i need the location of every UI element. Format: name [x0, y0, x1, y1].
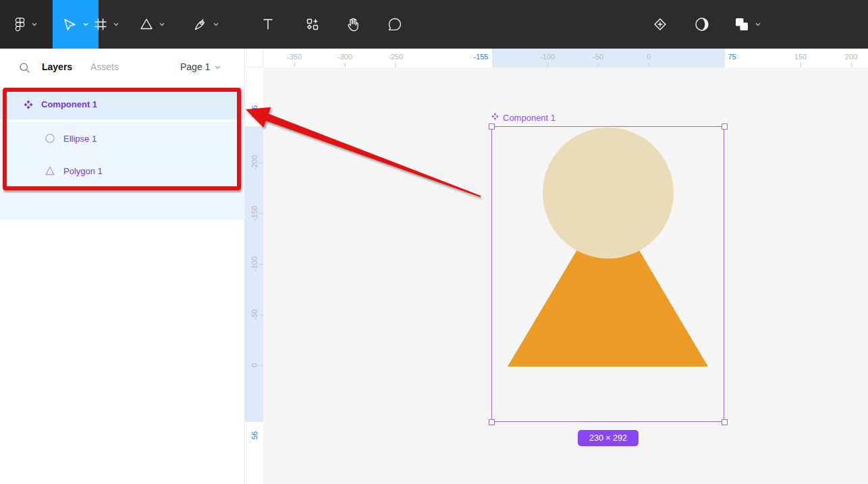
ruler-top-label: 75 — [728, 53, 736, 61]
text-t-icon — [260, 16, 276, 32]
chevron-down-icon — [755, 21, 761, 28]
toolbar — [0, 0, 868, 49]
ruler-tick — [345, 63, 346, 67]
ruler-top-label: -300 — [331, 53, 358, 61]
ruler-top-label: -350 — [281, 53, 308, 61]
ruler-left-label: -200 — [249, 154, 260, 172]
canvas-component-label[interactable]: Component 1 — [491, 112, 555, 123]
ruler-tick — [547, 63, 548, 67]
half-moon-icon — [693, 16, 711, 33]
search-icon[interactable] — [19, 62, 30, 76]
canvas-component-label-text: Component 1 — [503, 113, 555, 123]
ruler-left-label: 0 — [249, 356, 260, 375]
ruler-top-label: 0 — [635, 53, 662, 61]
chevron-down-icon — [31, 21, 38, 28]
layer-row-ellipse-1[interactable]: Ellipse 1 — [0, 122, 245, 155]
ruler-left: -236-200-150-100-50056 — [245, 68, 263, 484]
ruler-tick — [259, 365, 263, 366]
union-squares-icon — [733, 16, 751, 33]
layer-name: Polygon 1 — [63, 166, 103, 176]
text-tool-button[interactable] — [253, 0, 283, 49]
ruler-top-label: 200 — [838, 53, 865, 61]
ellipse-icon — [45, 133, 55, 144]
actions-tool-button[interactable] — [298, 0, 327, 49]
ruler-tick — [259, 213, 263, 214]
frame-hash-icon — [92, 16, 109, 32]
ruler-top-label: -155 — [467, 53, 489, 61]
figma-logo-icon — [13, 16, 27, 32]
selection-bounding-box — [491, 126, 724, 422]
layer-name: Component 1 — [41, 99, 97, 109]
ruler-tick — [259, 315, 263, 315]
layers-panel: Layers Assets Page 1 Component 1 — [0, 49, 245, 484]
resources-icon — [304, 16, 321, 32]
ruler-tick — [649, 63, 649, 67]
chevron-down-icon — [213, 21, 219, 28]
page-selector[interactable]: Page 1 — [180, 61, 221, 72]
shape-triangle-icon — [138, 16, 155, 32]
ruler-tick — [259, 163, 263, 163]
page-selector-label: Page 1 — [180, 61, 210, 72]
tab-layers[interactable]: Layers — [42, 61, 72, 72]
selection-handle-top-right[interactable] — [722, 124, 728, 130]
ruler-left-label: -50 — [249, 306, 260, 324]
ruler-tick — [259, 264, 263, 265]
ruler-top-label: 150 — [787, 53, 814, 61]
component-icon — [23, 99, 34, 110]
shape-tool-button[interactable] — [131, 0, 173, 49]
panel-header: Layers Assets Page 1 — [0, 49, 244, 86]
ruler-tick — [294, 63, 295, 67]
ruler-corner — [245, 49, 263, 68]
ruler-top-label: -250 — [382, 53, 409, 61]
chevron-down-icon — [159, 21, 165, 28]
ruler-top-label: -50 — [585, 53, 612, 61]
comment-tool-button[interactable] — [380, 0, 410, 49]
create-component-button[interactable] — [644, 0, 676, 49]
selection-size-badge: 230 × 292 — [578, 430, 639, 446]
pen-tool-button[interactable] — [185, 0, 227, 49]
main-menu-button[interactable] — [0, 0, 51, 49]
layer-row-polygon-1[interactable]: Polygon 1 — [0, 155, 245, 187]
selection-handle-top-left[interactable] — [489, 124, 495, 130]
ruler-tick — [851, 63, 852, 67]
selection-handle-bottom-left[interactable] — [489, 419, 495, 425]
ruler-left-label: -100 — [249, 255, 260, 273]
comment-bubble-icon — [387, 16, 403, 32]
canvas[interactable]: Component 1 230 × 292 — [263, 68, 868, 484]
selection-handle-bottom-right[interactable] — [722, 419, 728, 425]
component-icon — [491, 112, 499, 123]
ruler-left-label: -236 — [249, 104, 260, 122]
polygon-icon — [45, 165, 55, 176]
pen-nib-icon — [192, 16, 209, 32]
component-diamond-plus-icon — [651, 16, 669, 33]
ruler-tick — [598, 63, 599, 67]
frame-tool-button[interactable] — [85, 0, 127, 49]
mask-button[interactable] — [686, 0, 718, 49]
ruler-top: -350-300-250-155-100-50075150200 — [245, 49, 868, 68]
hand-tool-button[interactable] — [338, 0, 368, 49]
layer-row-component-1[interactable]: Component 1 — [0, 89, 245, 121]
ruler-top-label: -100 — [534, 53, 561, 61]
ruler-left-label: 56 — [249, 427, 260, 445]
layer-name: Ellipse 1 — [63, 134, 97, 144]
ruler-tick — [396, 63, 396, 67]
tab-assets[interactable]: Assets — [90, 61, 119, 72]
ruler-left-label: -150 — [249, 205, 260, 223]
chevron-down-icon — [214, 63, 221, 71]
chevron-down-icon — [113, 21, 119, 28]
boolean-groups-button[interactable] — [726, 0, 768, 49]
hand-icon — [345, 16, 361, 32]
ruler-tick — [801, 63, 801, 67]
move-cursor-icon — [62, 16, 78, 32]
